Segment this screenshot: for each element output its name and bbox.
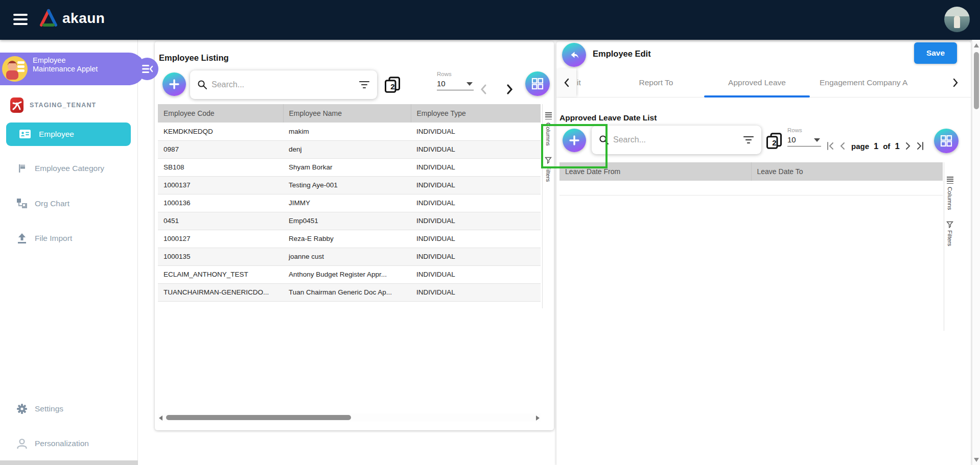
edit-title: Employee Edit xyxy=(593,49,651,59)
filter-list-icon[interactable] xyxy=(359,80,370,89)
table-row[interactable]: 1000136JIMMYINDIVIDUAL xyxy=(158,194,541,212)
hamburger-menu-icon[interactable] xyxy=(13,14,28,26)
app-root: akaun Employee Maintenance Applet xyxy=(0,0,980,465)
sidebar-item-label: Employee Category xyxy=(35,164,104,173)
drag-handle-icon[interactable] xyxy=(947,177,953,184)
table-row[interactable]: SB108Shyam BorkarINDIVIDUAL xyxy=(158,158,541,176)
table-cell: INDIVIDUAL xyxy=(411,123,541,140)
sidebar-item-personalization[interactable]: Personalization xyxy=(0,433,138,454)
table-cell: makim xyxy=(283,123,411,140)
prev-page-button[interactable] xyxy=(836,140,849,152)
tab-engagement-company[interactable]: Engagement Company A xyxy=(820,68,940,97)
rows-select[interactable]: 10 xyxy=(787,135,821,146)
page-label: page xyxy=(851,142,869,151)
column-header[interactable]: Leave Date From xyxy=(559,162,751,181)
table-row[interactable]: KEMDKNEDQDmakimINDIVIDUAL xyxy=(158,123,541,140)
table-header-row: Employee Code Employee Name Employee Typ… xyxy=(158,104,541,123)
table-row[interactable]: TUANCHAIRMAN-GENERICDO...Tuan Chairman G… xyxy=(158,283,541,301)
table-cell: Reza-E Rabby xyxy=(283,230,411,248)
rows-select[interactable]: 10 xyxy=(437,79,474,90)
table-cell: INDIVIDUAL xyxy=(411,212,541,230)
user-avatar[interactable] xyxy=(944,7,970,32)
tab-report-to[interactable]: Report To xyxy=(618,68,694,97)
section-title: Approved Leave Date List xyxy=(559,113,657,123)
tabs-scroll-right-button[interactable] xyxy=(940,68,971,97)
svg-text:2: 2 xyxy=(772,138,776,147)
top-navbar: akaun xyxy=(0,0,980,40)
table-row[interactable]: ECLAIM_ANTHONY_TESTAnthony Budget Regist… xyxy=(158,265,541,283)
filters-toggle[interactable]: Filters xyxy=(947,230,953,246)
sidebar-item-label: Org Chart xyxy=(35,199,69,208)
filters-toggle[interactable]: Filters xyxy=(545,166,551,182)
grid-view-button[interactable] xyxy=(525,71,550,96)
scrollbar-thumb[interactable] xyxy=(974,52,979,109)
scroll-down-arrow[interactable] xyxy=(974,458,979,462)
table-row[interactable]: 1000127Reza-E RabbyINDIVIDUAL xyxy=(158,230,541,248)
leave-search-box xyxy=(592,126,761,154)
filters-funnel-icon[interactable] xyxy=(946,221,953,228)
column-header[interactable]: Leave Date To xyxy=(751,162,943,181)
scroll-left-arrow[interactable] xyxy=(159,415,162,421)
table-row[interactable]: 0987denjINDIVIDUAL xyxy=(158,140,541,158)
employee-search-input[interactable] xyxy=(212,80,359,89)
table-row[interactable]: 1000137Testing Aye-001INDIVIDUAL xyxy=(158,176,541,194)
applet-title: Employee Maintenance Applet xyxy=(33,56,109,74)
add-employee-button[interactable] xyxy=(162,72,186,96)
sidebar-item-employee-category[interactable]: Employee Category xyxy=(0,158,138,179)
first-page-button[interactable] xyxy=(824,140,836,152)
sidebar-item-tenant[interactable]: STAGING_TENANT xyxy=(0,95,138,115)
prev-page-button[interactable] xyxy=(478,83,490,95)
sidebar-item-file-import[interactable]: File Import xyxy=(0,228,138,249)
table-cell: Anthony Budget Register Appr... xyxy=(283,265,411,283)
sidebar-item-employee[interactable]: Employee xyxy=(6,123,131,146)
tab-strip: it Report To Approved Leave Engagement C… xyxy=(556,68,971,97)
columns-toggle[interactable]: Columns xyxy=(545,123,551,145)
tabs-scroll-left-button[interactable] xyxy=(556,68,576,97)
sidebar-item-settings[interactable]: Settings xyxy=(0,399,138,419)
column-header[interactable]: Employee Name xyxy=(283,104,411,123)
tab-edit-truncated[interactable]: it xyxy=(577,68,594,97)
horizontal-scrollbar[interactable] xyxy=(158,413,541,422)
save-button[interactable]: Save xyxy=(914,42,957,64)
table-row[interactable]: 0451Emp0451INDIVIDUAL xyxy=(158,212,541,230)
last-page-button[interactable] xyxy=(914,140,926,152)
scroll-up-arrow[interactable] xyxy=(974,43,979,47)
pages-icon[interactable]: 2 xyxy=(383,76,402,96)
drag-handle-icon[interactable] xyxy=(545,112,552,119)
scroll-right-arrow[interactable] xyxy=(536,415,540,421)
column-header[interactable]: Employee Code xyxy=(158,104,283,123)
add-leave-date-button[interactable] xyxy=(563,129,586,152)
sidebar-scrollbar[interactable] xyxy=(0,460,138,465)
app-logo: akaun xyxy=(38,8,105,29)
applet-avatar xyxy=(2,56,28,82)
grid-view-button[interactable] xyxy=(934,129,959,153)
back-button[interactable] xyxy=(562,43,586,67)
tab-approved-leave[interactable]: Approved Leave xyxy=(705,68,809,97)
tenant-label: STAGING_TENANT xyxy=(30,102,96,109)
leave-search-input[interactable] xyxy=(613,135,743,144)
pagination: page 1 of 1 xyxy=(824,140,926,152)
chevron-down-icon xyxy=(466,82,473,86)
table-cell: INDIVIDUAL xyxy=(411,176,541,194)
filter-list-icon[interactable] xyxy=(743,135,754,144)
table-cell: joanne cust xyxy=(283,248,411,265)
sidebar-item-org-chart[interactable]: Org Chart xyxy=(0,193,138,214)
tenant-icon xyxy=(10,97,24,113)
sidebar-collapse-button[interactable] xyxy=(136,58,158,80)
table-row[interactable]: 1000135joanne custINDIVIDUAL xyxy=(158,248,541,265)
table-cell: 1000127 xyxy=(158,230,283,248)
table-cell: INDIVIDUAL xyxy=(411,194,541,212)
column-header[interactable]: Employee Type xyxy=(411,104,541,123)
scrollbar-thumb[interactable] xyxy=(166,415,351,420)
table-cell: 1000135 xyxy=(158,248,283,265)
next-page-button[interactable] xyxy=(503,83,516,95)
columns-toggle[interactable]: Columns xyxy=(947,187,953,210)
chevron-down-icon xyxy=(814,138,820,142)
applet-header: Employee Maintenance Applet xyxy=(0,53,145,85)
table-cell: denj xyxy=(283,140,411,158)
filters-funnel-icon[interactable] xyxy=(545,157,552,164)
pages-icon[interactable]: 2 xyxy=(765,132,783,152)
vertical-scrollbar[interactable] xyxy=(972,40,980,465)
next-page-button[interactable] xyxy=(902,140,914,152)
upload-icon xyxy=(15,233,29,244)
